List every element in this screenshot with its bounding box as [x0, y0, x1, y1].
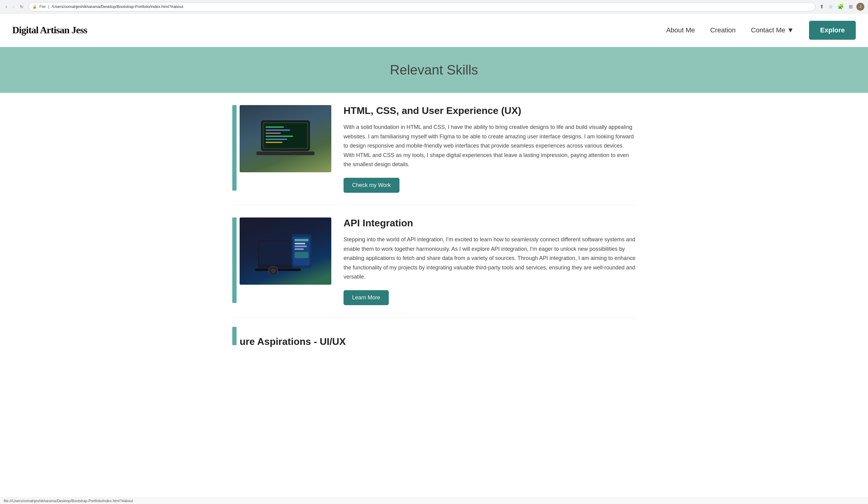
- partial-section-title: ure Aspirations - UI/UX: [240, 336, 346, 347]
- browser-nav-buttons: ‹ › ↻: [4, 3, 25, 10]
- skills-header-section: Relevant Skills: [0, 47, 868, 93]
- navbar-nav: About Me Creation Contact Me ▼ Explore: [666, 21, 856, 40]
- url-text: /Users/oomahjeshikharama/Desktop/Bootstr…: [52, 4, 183, 9]
- reload-button[interactable]: ↻: [18, 4, 25, 10]
- skills-content: HTML, CSS, and User Experience (UX) With…: [220, 93, 648, 350]
- address-bar[interactable]: 🔒 File | /Users/oomahjeshikharama/Deskto…: [29, 2, 815, 11]
- skill-item-html-css: HTML, CSS, and User Experience (UX) With…: [232, 93, 636, 205]
- partial-section: ure Aspirations - UI/UX: [240, 327, 346, 350]
- back-button[interactable]: ‹: [4, 3, 9, 10]
- bookmark-button[interactable]: ☆: [827, 2, 834, 11]
- skill-image-laptop: [240, 105, 331, 172]
- browser-actions: ⬆ ☆ 🧩 ⊞ J: [818, 2, 864, 11]
- skill-description-1: Stepping into the world of API integrati…: [343, 235, 636, 282]
- svg-rect-17: [294, 243, 305, 244]
- svg-rect-19: [294, 248, 304, 250]
- skill-text-api: API Integration Stepping into the world …: [343, 218, 636, 305]
- partial-section-row: ure Aspirations - UI/UX: [232, 318, 636, 350]
- nav-link-creation[interactable]: Creation: [710, 26, 736, 34]
- partial-title-text: ure Aspirations - UI/UX: [240, 336, 346, 347]
- nav-item-explore: Explore: [809, 21, 856, 40]
- svg-rect-5: [266, 133, 281, 134]
- svg-rect-18: [294, 245, 307, 247]
- nav-item-creation: Creation: [710, 26, 736, 34]
- grid-button[interactable]: ⊞: [848, 2, 854, 11]
- lock-icon: 🔒: [32, 4, 37, 9]
- nav-link-about[interactable]: About Me: [666, 26, 695, 34]
- skill-image-phone: [240, 218, 331, 285]
- svg-rect-3: [266, 126, 284, 128]
- learn-more-button[interactable]: Learn More: [343, 290, 389, 305]
- nav-link-contact[interactable]: Contact Me ▼: [751, 26, 794, 34]
- skills-title: Relevant Skills: [6, 62, 862, 77]
- partial-accent-bar: [232, 327, 237, 345]
- skill-title-1: API Integration: [343, 218, 636, 229]
- browser-chrome: ‹ › ↻ 🔒 File | /Users/oomahjeshikharama/…: [0, 0, 868, 13]
- check-work-button[interactable]: Check my Work: [343, 178, 400, 193]
- share-button[interactable]: ⬆: [818, 2, 825, 11]
- svg-rect-16: [294, 239, 308, 241]
- dropdown-icon: ▼: [787, 26, 794, 34]
- svg-rect-6: [266, 136, 293, 137]
- contact-label: Contact Me: [751, 26, 785, 34]
- skill-title-0: HTML, CSS, and User Experience (UX): [343, 105, 636, 116]
- skill-description-0: With a solid foundation in HTML and CSS,…: [343, 123, 636, 169]
- extension-button[interactable]: 🧩: [837, 2, 845, 11]
- nav-item-contact: Contact Me ▼: [751, 26, 794, 34]
- avatar[interactable]: J: [856, 3, 864, 11]
- nav-item-about: About Me: [666, 26, 695, 34]
- skill-item-api: API Integration Stepping into the world …: [232, 205, 636, 318]
- explore-button[interactable]: Explore: [809, 21, 856, 40]
- svg-rect-7: [266, 139, 287, 140]
- skill-accent-bar-2: [232, 218, 237, 303]
- skill-accent-bar-1: [232, 105, 237, 191]
- svg-rect-10: [279, 151, 292, 152]
- navbar: Digital Artisan Jess About Me Creation C…: [0, 13, 868, 47]
- url-separator: |: [48, 4, 49, 9]
- skill-text-html-css: HTML, CSS, and User Experience (UX) With…: [343, 105, 636, 193]
- laptop-svg: [255, 117, 316, 160]
- svg-point-22: [271, 269, 276, 273]
- file-label: File: [39, 4, 46, 9]
- forward-button[interactable]: ›: [11, 3, 16, 10]
- navbar-brand[interactable]: Digital Artisan Jess: [12, 24, 87, 36]
- svg-rect-4: [266, 129, 290, 131]
- phone-svg: [255, 228, 316, 274]
- svg-rect-20: [294, 252, 308, 258]
- svg-rect-12: [259, 242, 296, 265]
- svg-rect-8: [266, 142, 282, 143]
